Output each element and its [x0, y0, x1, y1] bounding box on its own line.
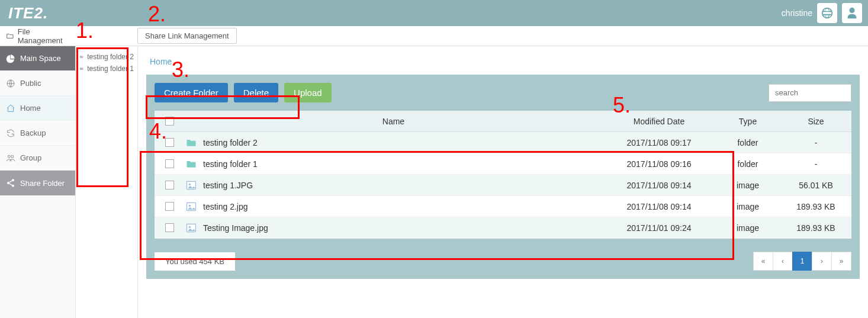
table-row[interactable]: testing 2.jpg2017/11/08 09:14image189.93… [155, 196, 851, 217]
content-area: Home Create Folder Delete Upload Name Mo… [138, 46, 868, 318]
file-type: image [715, 181, 780, 190]
tree-item-label: testing folder 1 [87, 65, 134, 73]
file-date: 2017/11/08 09:17 [603, 138, 715, 147]
page-prev-button[interactable]: ‹ [773, 252, 793, 271]
sidebar: Main Space Public Home Backup Group Shar… [0, 46, 76, 318]
pagination: « ‹ 1 › » [754, 252, 851, 271]
share-icon [6, 178, 15, 188]
delete-button[interactable]: Delete [234, 83, 278, 102]
share-link-management-button[interactable]: Share Link Management [137, 28, 237, 44]
row-checkbox[interactable] [165, 223, 174, 232]
table-row[interactable]: testing 1.JPG2017/11/08 09:14image56.01 … [155, 175, 851, 196]
sub-header: File Management Share Link Management [0, 26, 868, 46]
sidebar-item-label: Home [20, 104, 41, 113]
svg-point-9 [189, 204, 191, 206]
public-icon [6, 79, 15, 88]
folder-icon [79, 53, 83, 61]
image-icon [185, 179, 197, 191]
image-icon [185, 222, 197, 234]
tree-item[interactable]: testing folder 1 [79, 63, 134, 75]
file-date: 2017/11/08 09:14 [603, 202, 715, 211]
row-checkbox[interactable] [165, 202, 174, 211]
col-date[interactable]: Modified Date [603, 117, 715, 126]
page-number-button[interactable]: 1 [792, 252, 812, 271]
section-title: File Management [0, 27, 76, 45]
sidebar-item-label: Share Folder [20, 179, 65, 188]
page-last-button[interactable]: » [831, 252, 851, 271]
file-date: 2017/11/01 09:24 [603, 223, 715, 233]
sidebar-item-public[interactable]: Public [0, 71, 75, 96]
globe-icon[interactable] [817, 3, 837, 23]
svg-point-11 [189, 226, 191, 227]
file-name: testing folder 2 [203, 138, 258, 147]
search-input[interactable] [769, 84, 851, 102]
file-type: folder [715, 159, 780, 169]
username-label: christine [782, 8, 812, 18]
tree-item-label: testing folder 2 [87, 53, 134, 61]
create-folder-button[interactable]: Create Folder [155, 83, 228, 102]
row-checkbox[interactable] [165, 159, 174, 168]
file-date: 2017/11/08 09:14 [603, 181, 715, 190]
sidebar-item-label: Public [20, 79, 41, 88]
sidebar-item-group[interactable]: Group [0, 146, 75, 171]
table-row[interactable]: testing folder 12017/11/08 09:16folder- [155, 153, 851, 175]
file-panel: Create Folder Delete Upload Name Modifie… [146, 75, 860, 279]
file-name: testing 2.jpg [203, 202, 248, 211]
tree-item[interactable]: testing folder 2 [79, 51, 134, 63]
backup-icon [6, 129, 15, 138]
file-size: - [780, 138, 851, 147]
toolbar: Create Folder Delete Upload [155, 83, 851, 102]
image-icon [185, 201, 197, 213]
file-size: - [780, 159, 851, 169]
logo: ITE2. [8, 5, 48, 21]
sidebar-item-home[interactable]: Home [0, 96, 75, 121]
upload-button[interactable]: Upload [284, 83, 332, 102]
pie-icon [6, 54, 15, 63]
table-row[interactable]: Testing Image.jpg2017/11/01 09:24image18… [155, 217, 851, 239]
file-size: 189.93 KB [780, 202, 851, 211]
folder-icon [185, 158, 197, 170]
col-type[interactable]: Type [715, 117, 780, 126]
sidebar-item-label: Group [20, 153, 41, 162]
file-size: 189.93 KB [780, 223, 851, 233]
panel-footer: You used 454 KB « ‹ 1 › » [155, 252, 851, 271]
file-name: Testing Image.jpg [203, 223, 268, 233]
row-checkbox[interactable] [165, 138, 174, 147]
file-type: image [715, 202, 780, 211]
page-next-button[interactable]: › [812, 252, 832, 271]
svg-point-5 [12, 185, 14, 187]
sidebar-item-main-space[interactable]: Main Space [0, 46, 75, 71]
usage-label: You used 454 KB [155, 252, 235, 271]
sidebar-item-label: Backup [20, 129, 46, 137]
svg-point-7 [189, 183, 191, 185]
breadcrumb[interactable]: Home [150, 57, 860, 66]
page-first-button[interactable]: « [753, 252, 773, 271]
col-size[interactable]: Size [780, 117, 851, 126]
file-table: Name Modified Date Type Size testing fol… [155, 111, 851, 239]
user-icon[interactable] [842, 3, 862, 23]
file-size: 56.01 KB [780, 181, 851, 190]
top-bar: ITE2. christine [0, 0, 868, 26]
folder-icon [185, 137, 197, 149]
svg-point-4 [7, 182, 9, 184]
folder-icon [79, 65, 83, 73]
row-checkbox[interactable] [165, 181, 174, 189]
group-icon [6, 153, 15, 163]
file-date: 2017/11/08 09:16 [603, 159, 715, 169]
svg-point-3 [12, 179, 14, 181]
sidebar-item-label: Main Space [20, 54, 61, 63]
svg-point-2 [11, 155, 14, 158]
file-name: testing 1.JPG [203, 181, 253, 190]
svg-point-1 [8, 155, 10, 158]
table-row[interactable]: testing folder 22017/11/08 09:17folder- [155, 132, 851, 153]
sidebar-item-share-folder[interactable]: Share Folder [0, 171, 75, 195]
folder-tree: testing folder 2 testing folder 1 [76, 46, 138, 318]
home-icon [6, 104, 15, 113]
select-all-checkbox[interactable] [165, 117, 174, 126]
table-header: Name Modified Date Type Size [155, 111, 851, 132]
file-name: testing folder 1 [203, 159, 258, 169]
col-name[interactable]: Name [184, 117, 603, 126]
file-type: image [715, 223, 780, 233]
sidebar-item-backup[interactable]: Backup [0, 121, 75, 146]
file-type: folder [715, 138, 780, 147]
